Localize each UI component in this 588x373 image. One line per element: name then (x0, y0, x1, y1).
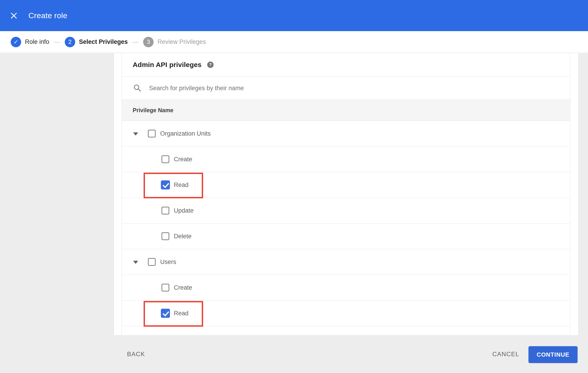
privilege-label: Read (174, 310, 189, 317)
expander-arrow-icon[interactable] (133, 261, 138, 264)
privilege-label: Create (174, 284, 192, 291)
search-icon (133, 84, 142, 92)
privilege-row-organization-units: Organization Units (122, 121, 570, 146)
red-highlight-annotation (144, 301, 203, 327)
privilege-row-read: Read (122, 300, 570, 326)
panel-heading: Admin API privileges (133, 61, 201, 69)
privilege-label: Create (174, 156, 192, 163)
wizard-stepper: ✓Role info—2Select Privileges—3Review Pr… (0, 31, 588, 53)
step-check-icon: ✓ (11, 37, 21, 47)
checkbox-unchecked[interactable] (162, 155, 169, 163)
stepper-step-review-privileges[interactable]: 3Review Privileges (143, 37, 206, 47)
privilege-label: Update (174, 207, 194, 214)
appbar: Create role (0, 0, 588, 31)
step-number-badge: 2 (65, 37, 75, 47)
step-separator: — (54, 38, 60, 45)
checkbox-unchecked[interactable] (162, 284, 169, 291)
expander-arrow-icon[interactable] (133, 133, 138, 136)
checkbox-unchecked[interactable] (148, 258, 156, 266)
privilege-row-create: Create (122, 146, 570, 172)
privilege-row-delete: Delete (122, 224, 570, 249)
checkbox-unchecked[interactable] (148, 130, 156, 137)
privilege-row-users: Users (122, 249, 570, 275)
table-column-header-row: Privilege Name (122, 100, 570, 121)
privilege-row-read: Read (122, 172, 570, 198)
left-gutter-panel (0, 53, 114, 335)
step-label: Review Privileges (158, 38, 206, 45)
checkbox-unchecked[interactable] (162, 232, 169, 240)
back-button[interactable]: BACK (127, 351, 145, 358)
checkbox-unchecked[interactable] (162, 207, 169, 214)
privilege-label: Delete (174, 233, 191, 240)
step-number-badge: 3 (143, 37, 154, 47)
step-label: Select Privileges (79, 38, 128, 45)
privilege-row-update: Update (122, 198, 570, 224)
red-highlight-annotation (144, 173, 203, 198)
privilege-row-create: Create (122, 275, 570, 300)
checkbox-checked[interactable] (161, 180, 170, 189)
privilege-label: Read (174, 182, 189, 188)
panel-heading-row: Admin API privileges ? (122, 53, 570, 77)
privilege-label: Users (160, 259, 176, 266)
help-icon[interactable]: ? (207, 62, 214, 68)
column-header-privilege-name: Privilege Name (133, 107, 173, 114)
cancel-button[interactable]: CANCEL (492, 351, 519, 358)
continue-button[interactable]: CONTINUE (528, 346, 578, 363)
stepper-steps: ✓Role info—2Select Privileges—3Review Pr… (11, 37, 206, 47)
privilege-row-partial (122, 326, 570, 335)
privilege-label: Organization Units (160, 130, 211, 137)
privileges-panel: Admin API privileges ? Privilege Name Or… (122, 53, 570, 335)
step-separator: — (132, 38, 138, 45)
content-area: Admin API privileges ? Privilege Name Or… (0, 53, 588, 335)
step-label: Role info (25, 38, 49, 45)
stepper-step-role-info[interactable]: ✓Role info (11, 37, 49, 47)
close-icon[interactable] (10, 12, 17, 19)
search-input[interactable] (149, 85, 467, 92)
privilege-rows: Organization UnitsCreateReadUpdateDelete… (122, 121, 570, 335)
dialog-title: Create role (28, 11, 67, 20)
footer-bar: BACK CANCEL CONTINUE (0, 335, 588, 373)
search-row (122, 77, 570, 100)
right-gutter-panel (578, 53, 588, 335)
stepper-step-select-privileges[interactable]: 2Select Privileges (65, 37, 128, 47)
checkbox-checked[interactable] (161, 309, 170, 318)
